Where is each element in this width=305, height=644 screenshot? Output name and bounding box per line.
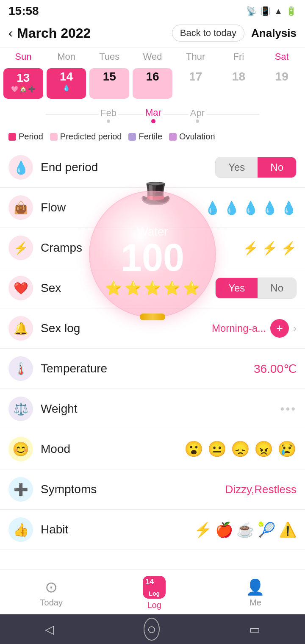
weight-more-icon[interactable]: ••• xyxy=(280,402,297,416)
calendar-day-17[interactable]: 17 xyxy=(174,66,217,101)
habit-icon: 👍 xyxy=(8,517,33,542)
symptoms-icon: ➕ xyxy=(8,477,33,502)
status-icons: 📡 📳 ▲ 🔋 xyxy=(246,6,297,16)
legend-fertile: Fertile xyxy=(128,132,162,142)
sex-no[interactable]: No xyxy=(258,278,296,298)
end-period-no[interactable]: No xyxy=(258,157,296,178)
end-period-toggle[interactable]: Yes No xyxy=(215,157,297,178)
calendar-day-18[interactable]: 18 xyxy=(217,66,261,101)
mood-tired[interactable]: 😮 xyxy=(184,440,203,458)
temperature-value-wrap[interactable]: 36.00℃ xyxy=(254,362,297,376)
sex-label: Sex xyxy=(41,281,215,295)
bolt-1[interactable]: ⚡ xyxy=(243,241,258,255)
android-recent-button[interactable]: ▭ xyxy=(249,622,260,636)
drop-4[interactable]: 💧 xyxy=(262,200,277,215)
temperature-value: 36.00℃ xyxy=(254,362,297,376)
sex-yes[interactable]: Yes xyxy=(216,278,258,298)
nav-log[interactable]: 14 Log Log xyxy=(143,576,166,610)
legend: Period Predicted period Fertile Ovulatio… xyxy=(0,128,305,147)
legend-period: Period xyxy=(8,132,43,142)
status-time: 15:58 xyxy=(8,4,39,18)
end-period-label: End period xyxy=(41,161,215,174)
nav-me-label: Me xyxy=(250,598,261,608)
habit-apple[interactable]: 🍎 xyxy=(215,521,233,538)
cal-icons-13: 🩷 🏠 ➕ xyxy=(11,86,35,92)
day-name-wed: Wed xyxy=(131,48,174,66)
month-title: March 2022 xyxy=(17,25,172,41)
nav-me[interactable]: 👤 Me xyxy=(246,578,265,608)
bolt-3[interactable]: ⚡ xyxy=(281,241,297,255)
android-home-button[interactable]: ○ xyxy=(144,618,160,641)
log-icon: 14 Log xyxy=(143,576,166,599)
calendar-day-15[interactable]: 15 xyxy=(88,66,131,101)
sex-log-add-button[interactable]: + xyxy=(270,319,289,338)
mood-icon: 😊 xyxy=(8,437,33,461)
month-feb[interactable]: Feb xyxy=(99,108,118,123)
tracker-sex: ❤️ Sex Yes No xyxy=(0,268,305,308)
android-back-button[interactable]: ◁ xyxy=(45,622,54,636)
calendar-day-names: Sun Mon Tues Wed Thur Fri Sat xyxy=(0,48,305,66)
bolt-2[interactable]: ⚡ xyxy=(262,241,277,255)
analysis-button[interactable]: Analysis xyxy=(251,27,297,40)
battery-icon: 🔋 xyxy=(286,6,297,16)
back-button[interactable]: ‹ xyxy=(8,26,13,40)
day-name-thur: Thur xyxy=(174,48,217,66)
drop-1[interactable]: 💧 xyxy=(205,200,220,215)
cramps-label: Cramps xyxy=(41,241,243,255)
weight-icon: ⚖️ xyxy=(8,397,33,421)
day-name-sun: Sun xyxy=(2,48,45,66)
legend-ovulation: Ovulation xyxy=(169,132,215,142)
mood-options[interactable]: 😮 😐 😞 😠 😢 xyxy=(184,440,297,458)
tracker-mood: 😊 Mood 😮 😐 😞 😠 😢 xyxy=(0,429,305,469)
cal-num-13: 13 xyxy=(17,71,30,85)
legend-dot-predicted xyxy=(50,133,58,141)
tracker-temperature: 🌡️ Temperature 36.00℃ xyxy=(0,349,305,389)
symptoms-value-wrap[interactable]: Dizzy,Restless xyxy=(225,483,297,496)
end-period-yes[interactable]: Yes xyxy=(216,157,258,178)
habit-lightning[interactable]: ⚡ xyxy=(194,521,212,538)
habit-warning[interactable]: ⚠️ xyxy=(279,521,297,538)
back-to-today-button[interactable]: Back to today xyxy=(172,25,244,42)
sex-toggle[interactable]: Yes No xyxy=(215,278,297,299)
calendar-day-16[interactable]: 16 xyxy=(131,66,174,101)
calendar-day-14[interactable]: 14 💧 xyxy=(45,66,88,101)
sex-log-icon: 🔔 xyxy=(8,316,33,341)
header: ‹ March 2022 Back to today Analysis xyxy=(0,20,305,48)
month-timeline: Feb Mar Apr xyxy=(0,101,305,128)
cramps-icon: ⚡ xyxy=(8,236,33,260)
nav-today[interactable]: ⊙ Today xyxy=(40,578,63,608)
mood-angry[interactable]: 😠 xyxy=(254,440,273,458)
cal-num-18: 18 xyxy=(232,70,245,83)
day-name-sat: Sat xyxy=(260,48,303,66)
drop-3[interactable]: 💧 xyxy=(243,200,258,215)
flow-drops[interactable]: 💧 💧 💧 💧 💧 xyxy=(205,200,297,215)
tracker-weight: ⚖️ Weight ••• xyxy=(0,389,305,429)
day-name-tues: Tues xyxy=(88,48,131,66)
mood-neutral[interactable]: 😐 xyxy=(208,440,227,458)
calendar-day-19[interactable]: 19 xyxy=(260,66,303,101)
end-period-icon: 💧 xyxy=(8,155,33,180)
drop-5[interactable]: 💧 xyxy=(281,200,297,215)
month-apr[interactable]: Apr xyxy=(189,108,206,123)
status-bar: 15:58 📡 📳 ▲ 🔋 xyxy=(0,0,305,20)
cal-num-14: 14 xyxy=(60,70,73,83)
weight-label: Weight xyxy=(41,402,280,416)
cramps-bolts[interactable]: ⚡ ⚡ ⚡ xyxy=(243,241,297,255)
mood-cry[interactable]: 😢 xyxy=(277,440,297,458)
mood-sad[interactable]: 😞 xyxy=(231,440,250,458)
tracker-symptoms: ➕ Symptoms Dizzy,Restless xyxy=(0,469,305,510)
calendar-day-13[interactable]: 13 🩷 🏠 ➕ xyxy=(2,66,45,101)
weight-menu[interactable]: ••• xyxy=(280,402,297,416)
end-period-controls: Yes No xyxy=(215,157,297,178)
habit-tennis[interactable]: 🎾 xyxy=(258,521,275,538)
log-number: 14 xyxy=(145,577,154,586)
wifi-icon: ▲ xyxy=(274,6,283,16)
month-mar[interactable]: Mar xyxy=(144,107,163,123)
habit-options[interactable]: ⚡ 🍎 ☕ 🎾 ⚠️ xyxy=(194,521,297,538)
vibrate-icon: 📳 xyxy=(260,6,271,16)
sex-log-chevron-icon[interactable]: › xyxy=(293,322,297,334)
drop-2[interactable]: 💧 xyxy=(224,200,239,215)
cast-icon: 📡 xyxy=(246,6,257,16)
habit-coffee[interactable]: ☕ xyxy=(236,521,254,538)
nav-log-label: Log xyxy=(147,600,161,610)
